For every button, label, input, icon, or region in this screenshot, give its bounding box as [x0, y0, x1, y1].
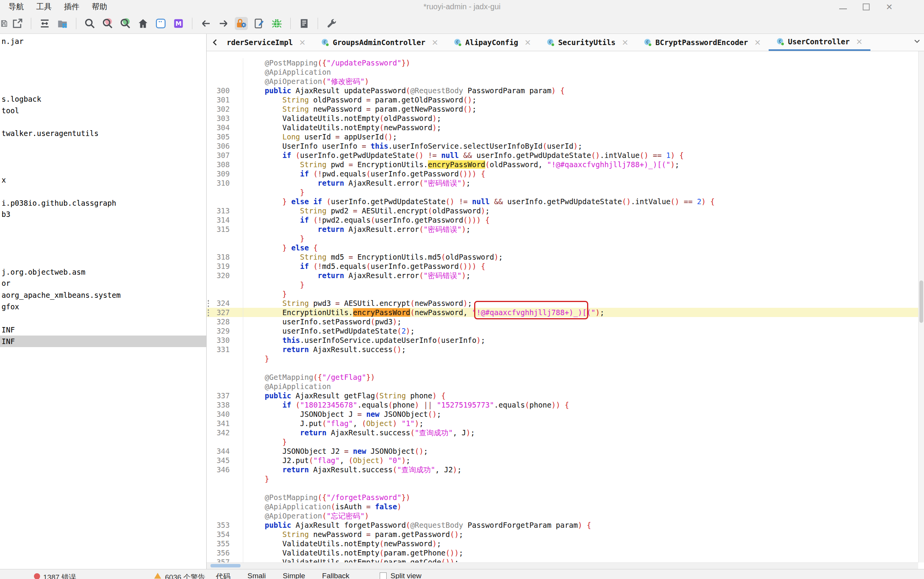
search-icon[interactable]	[83, 17, 96, 30]
tree-item[interactable]: gfox	[2, 301, 19, 312]
bottom-tab-代码[interactable]: 代码	[216, 572, 231, 579]
vertical-scrollbar[interactable]	[918, 51, 924, 562]
tree-item[interactable]: j.org.objectweb.asm	[2, 266, 85, 278]
code-line[interactable]: 344 JSONObject J2 = new JSONObject();	[207, 446, 918, 456]
code-line[interactable]: 341 J.put("flag", (Object) "1");	[207, 419, 918, 428]
tab-scroll-left-button[interactable]	[210, 34, 219, 51]
code-line[interactable]: @GetMapping({"/getFlag"})	[207, 373, 918, 382]
code-line[interactable]: 346 return AjaxResult.success("查询成功", J2…	[207, 465, 918, 474]
code-line[interactable]: }	[207, 188, 918, 197]
code-line[interactable]: 301 String oldPassword = param.getOldPas…	[207, 95, 918, 104]
code-line[interactable]: 354 String newPassword = param.getPasswo…	[207, 530, 918, 539]
code-line[interactable]: @ApiOperation("修改密码")	[207, 77, 918, 86]
code-line[interactable]: @ApiApplication	[207, 382, 918, 391]
menu-item[interactable]: 导航	[7, 2, 25, 12]
code-line[interactable]: 342 return AjaxResult.success("查询成功", J)…	[207, 428, 918, 437]
code-line[interactable]: }	[207, 437, 918, 446]
code-line[interactable]: }	[207, 354, 918, 363]
horizontal-scrollbar[interactable]	[207, 562, 918, 569]
mark-icon[interactable]: M	[172, 17, 185, 30]
tab-close-icon[interactable]: ×	[622, 38, 629, 47]
code-line[interactable]: 319 if (!md5.equals(userInfo.getPassword…	[207, 262, 918, 271]
bottom-tab-Fallback[interactable]: Fallback	[322, 572, 350, 579]
code-line[interactable]	[207, 483, 918, 493]
code-line[interactable]: 331 return AjaxResult.success();	[207, 345, 918, 354]
deobfuscation-icon[interactable]	[235, 17, 248, 30]
horizontal-scrollbar-thumb[interactable]	[210, 564, 241, 567]
search-class-icon[interactable]	[101, 17, 114, 30]
split-view-checkbox[interactable]	[380, 572, 387, 579]
log-icon[interactable]	[298, 17, 311, 30]
code-line[interactable]: 300 public AjaxResult updatePassword(@Re…	[207, 86, 918, 95]
vertical-scrollbar-thumb[interactable]	[919, 280, 923, 323]
back-icon[interactable]	[199, 17, 212, 30]
tree-item[interactable]: INF	[2, 324, 15, 336]
code-line[interactable]: 313 String pwd2 = AESUtil.encrypt(oldPas…	[207, 206, 918, 215]
menu-item[interactable]: 工具	[35, 2, 53, 12]
tree-item[interactable]: aorg_apache_xmlbeans.system	[2, 289, 121, 301]
tree-item[interactable]: or	[2, 277, 10, 289]
code-line[interactable]: } else if (userInfo.getPwdUpdateState() …	[207, 197, 918, 206]
code-line[interactable]: 353 public AjaxResult forgetPassword(@Re…	[207, 520, 918, 530]
quark-icon[interactable]	[154, 17, 167, 30]
split-view-toggle[interactable]: Split view	[380, 572, 421, 579]
code-line[interactable]: 337 public AjaxResult getFlag(String pho…	[207, 391, 918, 400]
code-line[interactable]: 310 return AjaxResult.error("密码错误");	[207, 178, 918, 188]
rename-icon[interactable]	[252, 17, 266, 30]
code-line[interactable]: }	[207, 289, 918, 299]
tree-item[interactable]: x	[2, 174, 6, 186]
tab-rderServiceImpl[interactable]: rderServiceImpl×	[219, 34, 313, 51]
code-line[interactable]: 302 String newPassword = param.getNewPas…	[207, 104, 918, 114]
code-line[interactable]: 315 return AjaxResult.error("密码错误");	[207, 225, 918, 234]
code-line[interactable]: 309 if (!pwd.equals(userInfo.getPassword…	[207, 169, 918, 178]
errors-count[interactable]: 1387 错误	[43, 572, 76, 579]
code-line[interactable]: 314 if (!pwd2.equals(userInfo.getPasswor…	[207, 215, 918, 225]
code-line[interactable]: 303 ValidateUtils.notEmpty(oldPassword);	[207, 114, 918, 123]
tab-GroupsAdminController[interactable]: CGroupsAdminController×	[313, 34, 446, 51]
code-line[interactable]: 306 UserInfo userInfo = this.userInfoSer…	[207, 141, 918, 151]
packages-icon[interactable]	[56, 17, 69, 30]
maximize-button[interactable]	[862, 2, 871, 12]
tab-close-icon[interactable]: ×	[856, 37, 863, 46]
code-line[interactable]: @ApiApplication(isAuth = false)	[207, 502, 918, 511]
tab-close-icon[interactable]: ×	[431, 38, 438, 47]
code-line[interactable]: @PostMapping({"/forgetPassword"})	[207, 493, 918, 502]
menu-item[interactable]: 插件	[62, 2, 81, 12]
close-button[interactable]: ×	[885, 2, 894, 12]
home-icon[interactable]	[136, 17, 150, 30]
code-line[interactable]: 320 return AjaxResult.error("密码错误");	[207, 271, 918, 280]
code-line[interactable]: @PostMapping({"/updatePassword"})	[207, 58, 918, 67]
tab-AlipayConfig[interactable]: CAlipayConfig×	[446, 34, 539, 51]
tree-item[interactable]: tool	[2, 105, 19, 116]
code-line[interactable]: 304 ValidateUtils.notEmpty(newPassword);	[207, 123, 918, 132]
code-line[interactable]: 330 this.userInfoService.updateUserInfo(…	[207, 336, 918, 345]
tree-item[interactable]: twalker.useragentutils	[2, 128, 99, 139]
bug-icon[interactable]	[270, 17, 283, 30]
code-line[interactable]: 355 ValidateUtils.notEmpty(newPassword);	[207, 539, 918, 548]
bottom-tab-Smali[interactable]: Smali	[247, 572, 266, 579]
code-line[interactable]: 305 Long userId = appUserId();	[207, 132, 918, 141]
tab-close-icon[interactable]: ×	[299, 38, 306, 47]
tree-item[interactable]: INF	[0, 336, 206, 347]
code-line[interactable]: 307 if (userInfo.getPwdUpdateState() != …	[207, 151, 918, 160]
code-line[interactable]	[207, 363, 918, 373]
tab-close-icon[interactable]: ×	[754, 38, 761, 47]
tab-close-icon[interactable]: ×	[524, 38, 531, 47]
search-usage-icon[interactable]	[119, 17, 132, 30]
code-line[interactable]: 329 userInfo.setPwdUpdateState(2);	[207, 326, 918, 336]
code-line[interactable]: 338 if ("18012345678".equals(phone) || "…	[207, 400, 918, 409]
code-line[interactable]: @ApiApplication	[207, 67, 918, 77]
code-line[interactable]: 345 J2.put("flag", (Object) "0");	[207, 456, 918, 465]
save-icon[interactable]	[0, 17, 8, 30]
code-line[interactable]: }	[207, 234, 918, 243]
menu-item[interactable]: 帮助	[90, 2, 109, 12]
tree-item[interactable]: s.logback	[2, 93, 41, 105]
tree-item[interactable]: i.p038io.github.classgraph	[2, 197, 116, 209]
code-line[interactable]: @ApiOperation("忘记密码")	[207, 511, 918, 520]
fit-width-icon[interactable]	[38, 17, 51, 30]
code-line[interactable]: } else {	[207, 243, 918, 252]
export-icon[interactable]	[11, 17, 24, 30]
code-line[interactable]: 308 String pwd = EncryptionUtils.encryPa…	[207, 160, 918, 169]
warnings-count[interactable]: 6036 个警告	[165, 572, 205, 579]
code-line[interactable]: 356 ValidateUtils.notEmpty(param.getPhon…	[207, 548, 918, 557]
